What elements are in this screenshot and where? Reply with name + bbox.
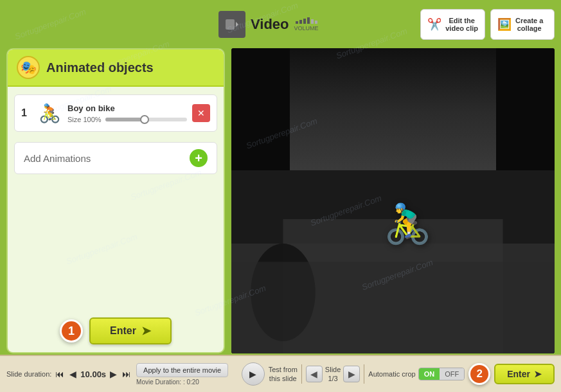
bottom-bar: Slide duration: ⏮ ◀ 10.00s ▶ ⏭ Apply to … xyxy=(0,355,561,392)
step-back-button[interactable]: ◀ xyxy=(68,368,78,380)
slide-duration-area: Slide duration: ⏮ ◀ 10.00s ▶ ⏭ xyxy=(6,368,132,380)
volume-bar xyxy=(296,17,317,24)
create-collage-button[interactable]: 🖼️ Create a collage xyxy=(490,9,555,40)
delete-object-button[interactable]: ✕ xyxy=(192,104,210,122)
autocrop-label: Automatic crop xyxy=(368,370,415,378)
test-from-area: Test from this slide xyxy=(269,365,298,384)
play-button[interactable]: ▶ xyxy=(242,362,265,386)
slide-label: Slide xyxy=(325,365,341,374)
slide-fraction: 1/3 xyxy=(325,374,341,383)
video-title-area: Video VOLUME xyxy=(218,11,415,38)
video-canvas: 🚴‍♂️ xyxy=(231,48,555,353)
fast-forward-button[interactable]: ⏭ xyxy=(121,368,132,380)
scissors-icon: ✂️ xyxy=(427,17,441,31)
field-scene xyxy=(231,170,555,353)
slide-nav: ◀ Slide 1/3 ▶ xyxy=(306,365,360,384)
bottom-enter-arrow-icon: ➤ xyxy=(534,369,542,379)
volume-area: VOLUME xyxy=(294,17,319,31)
enter-arrow-icon: ➤ xyxy=(141,324,151,338)
duration-value: 10.00s xyxy=(80,370,106,379)
step2-enter-area: 2 Enter ➤ xyxy=(468,363,555,385)
slide-info: Slide 1/3 xyxy=(325,365,341,384)
video-title: Video xyxy=(251,16,289,33)
character-on-bike: 🚴‍♂️ xyxy=(384,201,432,247)
size-slider[interactable] xyxy=(105,118,187,121)
create-collage-label: Create a collage xyxy=(515,17,543,32)
add-animations-row[interactable]: Add Animations + xyxy=(14,142,217,174)
collage-icon: 🖼️ xyxy=(497,17,512,31)
add-animations-label: Add Animations xyxy=(24,153,91,164)
separator xyxy=(301,364,302,384)
edit-video-label: Edit the video clip xyxy=(445,17,478,32)
size-row: Size 100% xyxy=(67,116,187,123)
panel-enter-label: Enter xyxy=(110,325,136,337)
apply-entire-movie-button[interactable]: Apply to the entire movie xyxy=(136,363,228,377)
autocrop-area: Automatic crop ON OFF xyxy=(368,368,465,380)
svg-rect-0 xyxy=(226,19,235,30)
animated-objects-panel: 🎭 Animated objects 1 🚴 Boy on bike Size … xyxy=(6,48,225,353)
toggle-off-button[interactable]: OFF xyxy=(440,368,464,380)
panel-enter-button[interactable]: Enter ➤ xyxy=(89,317,172,344)
apply-label: Apply to the entire movie xyxy=(143,366,221,374)
volume-label: VOLUME xyxy=(294,25,319,31)
panel-title: Animated objects xyxy=(46,60,154,75)
prev-slide-button[interactable]: ◀ xyxy=(306,366,323,382)
object-name: Boy on bike xyxy=(67,103,187,113)
edit-video-button[interactable]: ✂️ Edit the video clip xyxy=(420,9,485,40)
add-animation-button[interactable]: + xyxy=(190,149,208,167)
bottom-enter-label: Enter xyxy=(507,369,530,379)
step1-badge: 1 xyxy=(60,319,83,343)
object-preview: 🚴 xyxy=(37,100,62,126)
top-toolbar: Video VOLUME ✂️ Edit the video clip 🖼️ C… xyxy=(218,5,555,44)
next-slide-button[interactable]: ▶ xyxy=(343,366,360,382)
object-number: 1 xyxy=(21,107,31,119)
video-preview-panel: 🚴‍♂️ xyxy=(231,48,555,353)
panel-header: 🎭 Animated objects xyxy=(8,49,224,87)
apply-area: Apply to the entire movie Movie Duration… xyxy=(136,363,228,386)
object-row[interactable]: 1 🚴 Boy on bike Size 100% ✕ xyxy=(14,94,217,132)
animated-objects-icon: 🎭 xyxy=(17,56,40,79)
object-info: Boy on bike Size 100% xyxy=(67,103,187,123)
step2-badge: 2 xyxy=(468,363,490,385)
slide-duration-label: Slide duration: xyxy=(6,370,51,378)
main-area: 🎭 Animated objects 1 🚴 Boy on bike Size … xyxy=(6,48,555,353)
svg-rect-6 xyxy=(231,262,555,354)
rewind-start-button[interactable]: ⏮ xyxy=(54,368,66,380)
step-forward-button[interactable]: ▶ xyxy=(109,368,118,380)
autocrop-toggle: ON OFF xyxy=(418,368,465,380)
video-icon xyxy=(218,11,245,38)
svg-marker-1 xyxy=(236,22,238,27)
movie-duration: Movie Duration: : 0:20 xyxy=(136,379,228,386)
test-from-label: Test from this slide xyxy=(269,366,298,382)
bottom-enter-button[interactable]: Enter ➤ xyxy=(494,364,555,384)
size-label: Size 100% xyxy=(67,116,102,123)
separator2 xyxy=(364,364,364,384)
panel-enter-area: 1 Enter ➤ xyxy=(8,317,224,344)
toggle-on-button[interactable]: ON xyxy=(419,368,440,380)
